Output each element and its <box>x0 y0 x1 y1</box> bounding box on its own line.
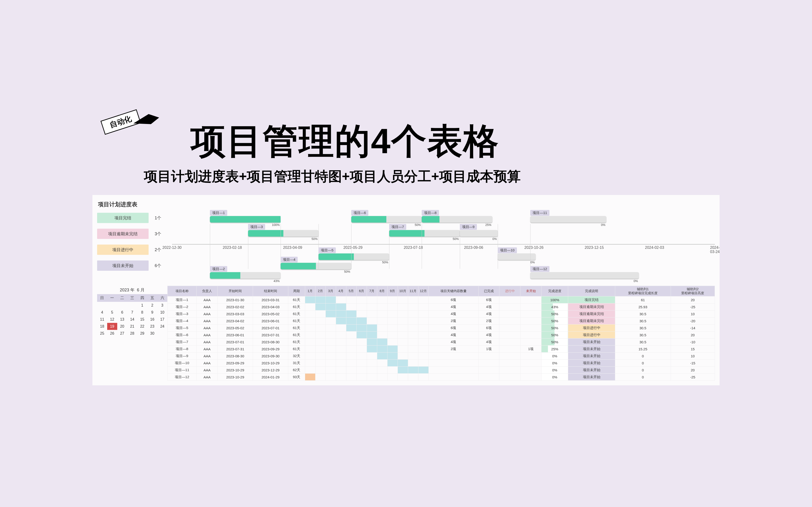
cell[interactable]: 4项 <box>428 303 478 310</box>
cell[interactable] <box>305 331 315 338</box>
cell[interactable] <box>315 303 325 310</box>
cal-day[interactable]: 7 <box>127 309 137 316</box>
cell[interactable] <box>387 352 398 359</box>
cell[interactable] <box>356 345 367 352</box>
cell[interactable] <box>346 345 356 352</box>
cell[interactable] <box>398 374 408 381</box>
col-prog[interactable]: 进行中 <box>499 286 520 296</box>
cell[interactable] <box>499 317 520 324</box>
cell[interactable] <box>315 352 325 359</box>
cell[interactable]: 4项 <box>478 303 499 310</box>
cell[interactable]: 项目—4 <box>167 317 197 324</box>
cal-day[interactable]: 2 <box>147 302 157 309</box>
cell[interactable] <box>520 338 542 345</box>
col-month[interactable]: 3月 <box>325 286 336 296</box>
cell[interactable] <box>356 352 367 359</box>
col-month[interactable]: 5月 <box>346 286 356 296</box>
gantt-bar[interactable]: 项目—1 100% <box>210 216 281 223</box>
cell[interactable] <box>408 303 418 310</box>
cell[interactable] <box>346 324 356 331</box>
cell[interactable]: 6项 <box>478 296 499 303</box>
gantt-bar[interactable]: 项目—10 0% <box>498 253 536 260</box>
cell[interactable]: 61天 <box>288 324 305 331</box>
cell[interactable] <box>356 296 367 303</box>
cell[interactable]: 20 <box>671 367 715 374</box>
cell[interactable] <box>346 303 356 310</box>
cell[interactable]: 50% <box>541 338 568 345</box>
cell[interactable] <box>305 310 315 317</box>
cell[interactable] <box>336 338 346 345</box>
cal-day[interactable]: 29 <box>137 330 147 337</box>
cal-day[interactable]: 17 <box>157 316 167 323</box>
cell[interactable]: 2023-02-02 <box>218 303 253 310</box>
cell[interactable] <box>398 296 408 303</box>
cell[interactable]: AAA <box>197 317 218 324</box>
cell[interactable] <box>356 324 367 331</box>
cell[interactable]: 2023-09-29 <box>218 359 253 367</box>
cell[interactable] <box>377 338 387 345</box>
cell[interactable] <box>398 310 408 317</box>
cell[interactable]: 4项 <box>428 338 478 345</box>
col-head[interactable]: 结束时间 <box>253 286 288 296</box>
cell[interactable]: 0% <box>541 352 568 359</box>
cell[interactable]: 0 <box>615 374 671 381</box>
cell[interactable]: 61天 <box>288 317 305 324</box>
cell[interactable] <box>346 374 356 381</box>
cell[interactable] <box>408 374 418 381</box>
cal-day[interactable]: 8 <box>137 309 147 316</box>
cell[interactable] <box>398 303 408 310</box>
cell[interactable] <box>377 352 387 359</box>
col-month[interactable]: 2月 <box>315 286 325 296</box>
cal-day[interactable]: 23 <box>147 323 157 330</box>
cell[interactable] <box>336 359 346 367</box>
cal-day[interactable]: 1 <box>137 302 147 309</box>
cell[interactable] <box>356 374 367 381</box>
cell[interactable] <box>315 367 325 374</box>
cell[interactable] <box>325 352 336 359</box>
cal-day[interactable]: 19 <box>107 323 117 330</box>
cal-day[interactable]: 3 <box>157 302 167 309</box>
cell[interactable]: 项目—10 <box>167 359 197 367</box>
cell[interactable] <box>315 310 325 317</box>
cell[interactable]: AAA <box>197 359 218 367</box>
cell[interactable] <box>367 367 377 374</box>
cell[interactable] <box>336 367 346 374</box>
cell[interactable] <box>336 352 346 359</box>
cell[interactable] <box>418 345 428 352</box>
cal-day[interactable]: 9 <box>147 309 157 316</box>
status-label[interactable]: 项目进行中 <box>97 244 149 255</box>
cell[interactable] <box>356 338 367 345</box>
col-aux2[interactable]: 辅助列2里程碑项目高度 <box>671 286 715 296</box>
cell[interactable] <box>499 296 520 303</box>
cell[interactable] <box>367 374 377 381</box>
col-aux1[interactable]: 辅助列1里程碑项目完成长度 <box>615 286 671 296</box>
cell[interactable] <box>336 324 346 331</box>
cell[interactable] <box>325 367 336 374</box>
cell[interactable]: 项目进行中 <box>568 331 615 338</box>
cell[interactable]: 61天 <box>288 331 305 338</box>
cell[interactable]: 项目—1 <box>167 296 197 303</box>
cell[interactable]: 1项 <box>520 345 542 352</box>
gantt-bar[interactable]: 项目—6 50% <box>351 216 422 223</box>
col-month[interactable]: 9月 <box>387 286 398 296</box>
col-month[interactable]: 4月 <box>336 286 346 296</box>
cell[interactable]: 6项 <box>478 324 499 331</box>
gantt-bar[interactable]: 项目—4 50% <box>281 263 351 269</box>
cell[interactable]: 50% <box>541 317 568 324</box>
cell[interactable] <box>336 296 346 303</box>
cell[interactable]: 10 <box>671 352 715 359</box>
cal-day[interactable]: 12 <box>107 316 117 323</box>
cell[interactable] <box>418 367 428 374</box>
cell[interactable] <box>418 303 428 310</box>
col-month[interactable]: 12月 <box>418 286 428 296</box>
cell[interactable]: 2023-07-01 <box>218 338 253 345</box>
cell[interactable] <box>499 359 520 367</box>
cell[interactable]: 61天 <box>288 296 305 303</box>
cell[interactable]: 50% <box>541 310 568 317</box>
cell[interactable]: -25 <box>671 303 715 310</box>
cell[interactable] <box>398 359 408 367</box>
cell[interactable]: 2023-04-02 <box>218 317 253 324</box>
cal-day[interactable]: 25 <box>97 330 107 337</box>
col-month[interactable]: 1月 <box>305 286 315 296</box>
table-row[interactable]: 项目—11AAA2023-10-292023-12-2962天 0%项目未开始0… <box>167 367 715 374</box>
